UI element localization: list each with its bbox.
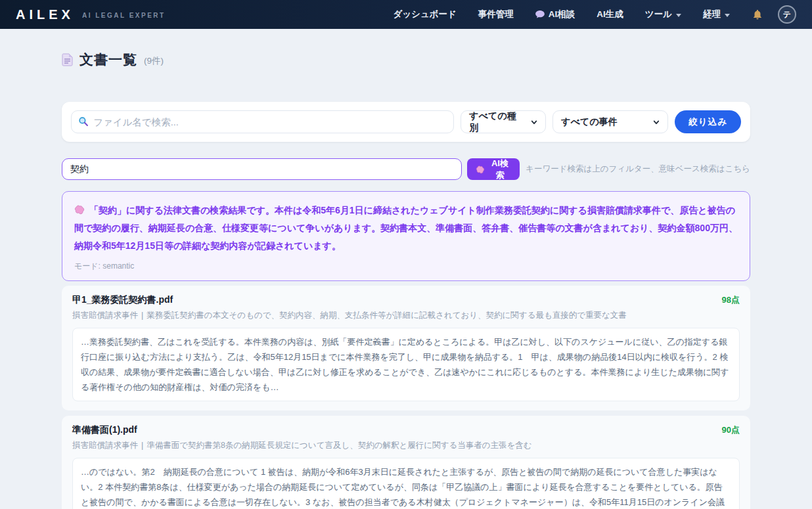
document-case: 損害賠償請求事件 <box>72 441 138 450</box>
nav-item-cases[interactable]: 事件管理 <box>478 9 514 20</box>
ai-search-button[interactable]: AI検索 <box>467 158 520 180</box>
notification-bell-button[interactable] <box>752 9 763 21</box>
document-title: 準備書面(1).pdf <box>72 424 137 436</box>
case-select-value: すべての事件 <box>561 116 617 128</box>
document-meta: 損害賠償請求事件|準備書面で契約書第8条の納期延長規定について言及し、契約の解釈… <box>72 440 740 451</box>
case-select[interactable]: すべての事件 <box>553 110 668 133</box>
nav-item-accounting[interactable]: 経理 <box>703 9 730 20</box>
type-select[interactable]: すべての種別 <box>461 110 546 133</box>
document-excerpt: …業務委託契約書、乙はこれを受託する。本件業務の内容は、別紙「要件定義書」に定め… <box>72 328 740 401</box>
brand-logo[interactable]: AILEX <box>16 7 74 22</box>
page-count: (9件) <box>144 55 164 67</box>
document-card[interactable]: 甲1_業務委託契約書.pdf 98点 損害賠償請求事件|業務委託契約書の本文その… <box>62 286 750 410</box>
chevron-down-icon <box>531 119 537 125</box>
type-select-value: すべての種別 <box>469 110 520 134</box>
ai-search-row: AI検索 キーワード検索は上のフィルター、意味ベース検索はこちら <box>62 158 750 180</box>
page: AILEX AI LEGAL EXPERT ダッシュボード 事件管理 AI相談 … <box>0 0 812 509</box>
document-card[interactable]: 準備書面(1).pdf 90点 損害賠償請求事件|準備書面で契約書第8条の納期延… <box>62 416 750 509</box>
document-meta: 損害賠償請求事件|業務委託契約書の本文そのもので、契約内容、納期、支払条件等が詳… <box>72 310 740 321</box>
app-header: AILEX AI LEGAL EXPERT ダッシュボード 事件管理 AI相談 … <box>0 0 812 29</box>
score-badge: 98点 <box>722 294 740 306</box>
caret-down-icon <box>676 14 681 17</box>
avatar-initial: テ <box>783 9 791 20</box>
nav-item-label: AI生成 <box>597 9 623 20</box>
caret-down-icon <box>725 14 730 17</box>
document-description: 準備書面で契約書第8条の納期延長規定について言及し、契約の解釈と履行に関する当事… <box>147 441 531 450</box>
nav-item-ai-generate[interactable]: AI生成 <box>597 9 623 20</box>
nav: ダッシュボード 事件管理 AI相談 AI生成 ツール 経理 <box>393 9 730 20</box>
nav-item-label: 事件管理 <box>478 9 514 20</box>
document-case: 損害賠償請求事件 <box>72 311 138 320</box>
ai-result-text: 「契約」に関する法律文書の検索結果です。本件は令和5年6月1日に締結されたウェブ… <box>74 205 738 251</box>
search-icon <box>78 116 89 127</box>
nav-item-label: 経理 <box>703 9 721 20</box>
nav-item-dashboard[interactable]: ダッシュボード <box>393 9 456 20</box>
nav-item-label: ツール <box>645 9 672 20</box>
brain-icon <box>476 165 485 174</box>
user-avatar[interactable]: テ <box>778 5 796 24</box>
document-description: 業務委託契約書の本文そのもので、契約内容、納期、支払条件等が詳細に記載されており… <box>147 311 627 320</box>
nav-item-ai-consult[interactable]: AI相談 <box>535 9 575 20</box>
brand-tagline: AI LEGAL EXPERT <box>82 12 166 19</box>
document-excerpt: …のではない。第2 納期延長の合意について 1 被告は、納期が令和6年3月末日に… <box>72 458 740 509</box>
ai-search-input[interactable] <box>62 158 462 180</box>
speech-bubble-icon <box>535 11 545 18</box>
page-title: 文書一覧 <box>79 51 137 69</box>
brain-icon <box>74 204 85 215</box>
ai-result-mode: モード: semantic <box>74 261 738 272</box>
nav-item-label: AI相談 <box>549 9 575 20</box>
filename-search-input[interactable] <box>71 110 454 133</box>
chevron-down-icon <box>653 119 660 125</box>
document-icon <box>62 53 73 66</box>
ai-search-hint: キーワード検索は上のフィルター、意味ベース検索はこちら <box>526 164 750 175</box>
bell-icon <box>752 9 763 21</box>
ai-result-box: 「契約」に関する法律文書の検索結果です。本件は令和5年6月1日に締結されたウェブ… <box>62 191 750 281</box>
document-title: 甲1_業務委託契約書.pdf <box>72 294 173 306</box>
page-title-row: 文書一覧 (9件) <box>62 51 750 69</box>
nav-item-label: ダッシュボード <box>393 9 456 20</box>
nav-item-tools[interactable]: ツール <box>645 9 681 20</box>
score-badge: 90点 <box>722 424 740 436</box>
filter-bar: すべての種別 すべての事件 絞り込み <box>62 102 750 142</box>
ai-search-button-label: AI検索 <box>489 158 511 181</box>
filter-apply-button[interactable]: 絞り込み <box>675 110 741 133</box>
document-list: 甲1_業務委託契約書.pdf 98点 損害賠償請求事件|業務委託契約書の本文その… <box>62 286 750 509</box>
